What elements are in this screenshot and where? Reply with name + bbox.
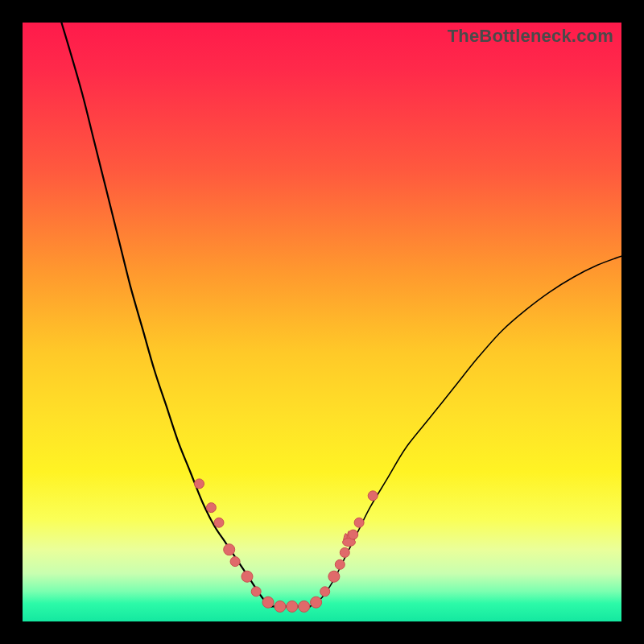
marker-dot (224, 544, 235, 555)
marker-dot (354, 518, 364, 527)
marker-dot (195, 479, 204, 489)
marker-dot (242, 571, 253, 582)
marker-dot (299, 601, 310, 612)
marker-dot (335, 559, 345, 569)
marker-dot (349, 530, 358, 539)
marker-dot (320, 587, 330, 597)
outer-frame: TheBottleneck.com (0, 0, 644, 644)
marker-dot (287, 601, 298, 612)
marker-dot (368, 491, 378, 501)
marker-dot (214, 518, 224, 527)
marker-dot (251, 587, 261, 597)
left-curve (61, 23, 270, 606)
plot-area: TheBottleneck.com (23, 23, 621, 621)
marker-dot (311, 597, 322, 608)
marker-dot (275, 601, 286, 612)
marker-dot (328, 571, 340, 582)
marker-dot (206, 503, 216, 513)
right-curve (310, 256, 621, 606)
marker-dot (340, 547, 349, 557)
marker-dot (262, 597, 274, 608)
marker-dot (230, 557, 240, 567)
chart-svg (23, 23, 621, 621)
